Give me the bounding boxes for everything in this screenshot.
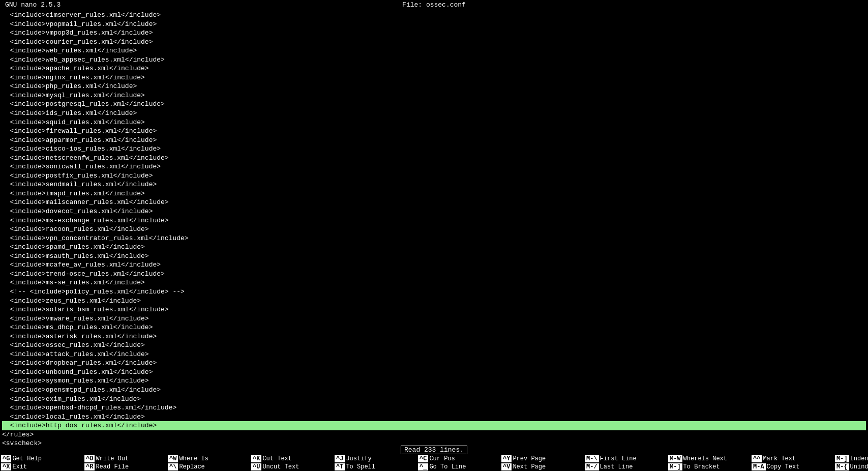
shortcut-key: ^^ xyxy=(752,455,762,462)
shortcut-label: Get Help xyxy=(12,455,42,462)
editor-line: <include>vmware_rules.xml</include> xyxy=(2,314,866,323)
app-name: GNU nano 2.5.3 xyxy=(5,1,291,9)
shortcut-item: ^T To Spell xyxy=(335,463,416,470)
editor-line: <include>postgresql_rules.xml</include> xyxy=(2,100,866,109)
editor-line: <include>web_appsec_rules.xml</include> xyxy=(2,55,866,65)
shortcut-label: Last Line xyxy=(600,463,633,470)
shortcut-key: M-W xyxy=(668,455,682,462)
status-message: Read 233 lines. xyxy=(401,446,467,454)
shortcut-item: M-{ Unindent Text xyxy=(835,463,868,470)
shortcut-key: M-] xyxy=(835,455,849,462)
shortcut-label: First Line xyxy=(600,455,637,462)
editor-line: <include>squid_rules.xml</include> xyxy=(2,118,866,127)
shortcut-key: ^R xyxy=(84,463,95,470)
shortcut-label: Mark Text xyxy=(763,455,796,462)
shortcut-item: M-/ Last Line xyxy=(585,463,666,470)
shortcut-label: Write Out xyxy=(96,455,129,462)
shortcut-key: ^_ xyxy=(418,463,428,470)
editor-line: <include>opensmtpd_rules.xml</include> xyxy=(2,386,866,395)
shortcut-label: Where Is xyxy=(179,455,208,462)
shortcut-label: Indent Text xyxy=(850,455,868,462)
shortcut-key: ^G xyxy=(1,455,11,462)
shortcut-label: Go To Line xyxy=(429,463,466,470)
shortcut-key: ^V xyxy=(501,463,512,470)
shortcut-label: Cur Pos xyxy=(429,455,455,462)
editor-line: <include>ms-exchange_rules.xml</include> xyxy=(2,216,866,225)
editor-line: <include>unbound_rules.xml</include> xyxy=(2,368,866,377)
editor-line: <include>sysmon_rules.xml</include> xyxy=(2,376,866,386)
shortcut-key: M-\ xyxy=(585,455,599,462)
editor-line: <include>sendmail_rules.xml</include> xyxy=(2,180,866,189)
shortcut-key: ^Y xyxy=(501,455,512,462)
shortcut-label: Next Page xyxy=(513,463,546,470)
editor-line: <include>ms_dhcp_rules.xml</include> xyxy=(2,323,866,332)
editor-line: <syscheck> xyxy=(2,439,866,445)
editor-line: <include>netscreenfw_rules.xml</include> xyxy=(2,154,866,163)
editor-line: <!-- <include>policy_rules.xml</include>… xyxy=(2,287,866,297)
shortcut-item: ^O Write Out xyxy=(84,455,166,462)
shortcut-key: ^W xyxy=(168,455,178,462)
shortcut-item: ^K Cut Text xyxy=(251,455,333,462)
shortcut-item: ^R Read File xyxy=(84,463,166,470)
editor-line: <include>dropbear_rules.xml</include> xyxy=(2,359,866,368)
shortcut-label: Uncut Text xyxy=(262,463,299,470)
shortcut-item: M-] Indent Text xyxy=(835,455,868,462)
editor-line: <include>vmpop3d_rules.xml</include> xyxy=(2,28,866,38)
shortcut-key: M-{ xyxy=(835,463,849,470)
shortcut-label: Unindent Text xyxy=(850,463,868,470)
editor-line: <include>spamd_rules.xml</include> xyxy=(2,243,866,252)
editor-line: <include>http_dos_rules.xml</include> xyxy=(2,421,866,430)
shortcut-label: WhereIs Next xyxy=(683,455,727,462)
shortcut-item: ^\ Replace xyxy=(168,463,249,470)
shortcut-item: M-\ First Line xyxy=(585,455,666,462)
editor-line: <include>trend-osce_rules.xml</include> xyxy=(2,270,866,279)
shortcut-row-1: ^G Get Help^O Write Out^W Where Is^K Cut… xyxy=(0,455,868,463)
shortcut-item: ^^ Mark Text xyxy=(752,455,833,462)
shortcut-key: ^\ xyxy=(168,463,178,470)
editor-line: <include>vpopmail_rules.xml</include> xyxy=(2,20,866,29)
shortcut-bar: ^G Get Help^O Write Out^W Where Is^K Cut… xyxy=(0,455,868,471)
editor-line: <include>imapd_rules.xml</include> xyxy=(2,189,866,198)
shortcut-label: Cut Text xyxy=(262,455,292,462)
shortcut-item: M-W WhereIs Next xyxy=(668,455,750,462)
shortcut-label: Copy Text xyxy=(767,463,800,470)
editor-line: </rules> xyxy=(2,430,866,439)
shortcut-item: ^X Exit xyxy=(1,463,82,470)
shortcut-label: To Spell xyxy=(346,463,375,470)
shortcut-key: M-/ xyxy=(585,463,599,470)
title-bar: GNU nano 2.5.3 File: ossec.conf xyxy=(0,0,868,10)
editor-line: <include>racoon_rules.xml</include> xyxy=(2,225,866,234)
editor-line: <include>sonicwall_rules.xml</include> xyxy=(2,162,866,171)
shortcut-key: ^O xyxy=(84,455,95,462)
shortcut-key: ^X xyxy=(1,463,11,470)
shortcut-item: M-] To Bracket xyxy=(668,463,750,470)
editor-line: <include>apache_rules.xml</include> xyxy=(2,64,866,73)
editor-line: <include>nginx_rules.xml</include> xyxy=(2,73,866,82)
highlighted-line: <include>http_dos_rules.xml</include> xyxy=(2,421,866,430)
shortcut-item: ^V Next Page xyxy=(501,463,583,470)
editor-line: <include>cimserver_rules.xml</include> xyxy=(2,11,866,20)
file-name: File: ossec.conf xyxy=(291,1,577,9)
shortcut-label: Justify xyxy=(346,455,371,462)
editor-line: <include>ossec_rules.xml</include> xyxy=(2,341,866,350)
shortcut-item: ^_ Go To Line xyxy=(418,463,499,470)
editor-line: <include>dovecot_rules.xml</include> xyxy=(2,207,866,216)
editor-line: <include>solaris_bsm_rules.xml</include> xyxy=(2,305,866,314)
shortcut-item: M-A Copy Text xyxy=(752,463,833,470)
shortcut-item: ^W Where Is xyxy=(168,455,249,462)
shortcut-row-2: ^X Exit^R Read File^\ Replace^U Uncut Te… xyxy=(0,463,868,471)
editor-line: <include>web_rules.xml</include> xyxy=(2,46,866,55)
editor-content[interactable]: <include>cimserver_rules.xml</include> <… xyxy=(0,10,868,445)
shortcut-item: ^U Uncut Text xyxy=(251,463,333,470)
editor-line: <include>exim_rules.xml</include> xyxy=(2,395,866,404)
shortcut-label: To Bracket xyxy=(683,463,720,470)
editor-line: <include>msauth_rules.xml</include> xyxy=(2,252,866,261)
editor-line: <include>local_rules.xml</include> xyxy=(2,413,866,422)
editor-line: <include>courier_rules.xml</include> xyxy=(2,38,866,47)
shortcut-label: Exit xyxy=(12,463,27,470)
shortcut-key: ^U xyxy=(251,463,261,470)
editor-line: <include>mysql_rules.xml</include> xyxy=(2,91,866,100)
shortcut-item: ^J Justify xyxy=(335,455,416,462)
editor-line: <include>openbsd-dhcpd_rules.xml</includ… xyxy=(2,403,866,413)
editor-line: <include>vpn_concentrator_rules.xml</inc… xyxy=(2,234,866,243)
